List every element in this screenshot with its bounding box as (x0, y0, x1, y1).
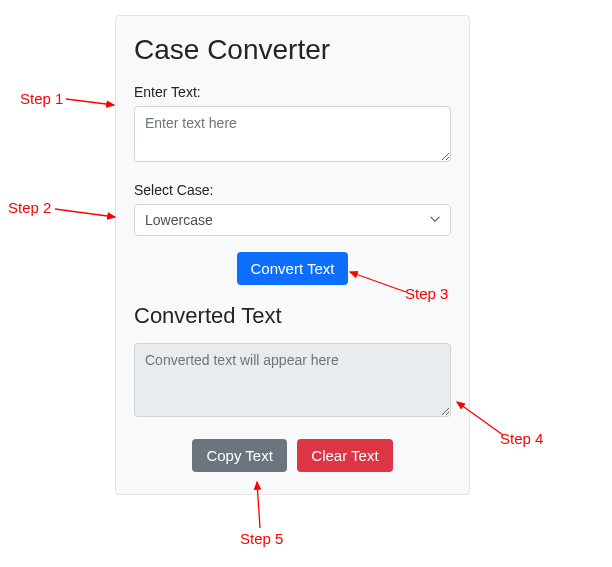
annotation-step4: Step 4 (500, 430, 543, 447)
input-section: Enter Text: (134, 84, 451, 166)
output-title: Converted Text (134, 303, 451, 329)
output-textarea[interactable] (134, 343, 451, 417)
convert-button[interactable]: Convert Text (237, 252, 349, 285)
annotation-step2: Step 2 (8, 199, 51, 216)
convert-row: Convert Text (134, 252, 451, 285)
copy-button[interactable]: Copy Text (192, 439, 286, 472)
input-label: Enter Text: (134, 84, 451, 100)
clear-button[interactable]: Clear Text (297, 439, 392, 472)
annotation-step5: Step 5 (240, 530, 283, 547)
svg-line-1 (55, 209, 115, 217)
annotation-step1: Step 1 (20, 90, 63, 107)
action-row: Copy Text Clear Text (134, 439, 451, 472)
case-select[interactable]: Lowercase (134, 204, 451, 236)
select-label: Select Case: (134, 182, 451, 198)
page-title: Case Converter (134, 34, 451, 66)
case-converter-card: Case Converter Enter Text: Select Case: … (115, 15, 470, 495)
select-section: Select Case: Lowercase (134, 182, 451, 236)
svg-line-0 (66, 99, 114, 105)
input-textarea[interactable] (134, 106, 451, 162)
